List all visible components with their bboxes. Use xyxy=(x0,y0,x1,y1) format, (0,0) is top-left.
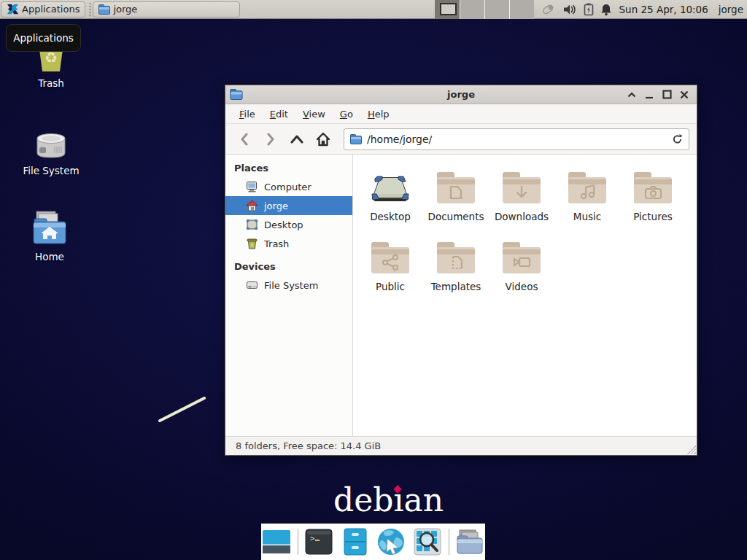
path-folder-icon xyxy=(350,134,362,144)
window-folder-icon xyxy=(230,89,243,100)
file-item-music[interactable]: Music xyxy=(554,166,620,236)
workspace-1[interactable] xyxy=(435,0,460,19)
applications-menu-button[interactable]: Applications xyxy=(1,1,85,18)
web-browser-globe-icon xyxy=(376,527,406,556)
svg-text:>: > xyxy=(310,534,315,543)
tooltip-text: Applications xyxy=(13,32,73,44)
file-item-documents[interactable]: Documents xyxy=(423,166,489,236)
workspace-3[interactable] xyxy=(484,0,509,19)
dock-web-browser-button[interactable] xyxy=(376,526,407,557)
workspace-4[interactable] xyxy=(509,0,534,19)
taskbar-window-button[interactable]: jorge xyxy=(93,1,240,18)
file-label: Music xyxy=(573,211,601,222)
workspace-2[interactable] xyxy=(460,0,484,19)
dock-show-desktop-button[interactable] xyxy=(261,526,292,557)
forward-icon xyxy=(266,133,276,146)
terminal-icon: > xyxy=(305,529,333,555)
folder-icon xyxy=(98,4,110,15)
reload-icon[interactable] xyxy=(672,133,683,145)
statusbar: 8 folders, Free space: 14.4 GiB xyxy=(225,436,697,455)
sidebar: Places Computer xyxy=(225,155,353,436)
close-button[interactable] xyxy=(678,88,691,101)
file-item-desktop[interactable]: Desktop xyxy=(357,166,423,236)
dock-folder-icon xyxy=(455,529,484,555)
dock-folder-button[interactable] xyxy=(454,526,485,557)
menu-edit[interactable]: Edit xyxy=(263,106,295,122)
menu-view[interactable]: View xyxy=(296,106,332,122)
desktop-icon-home[interactable]: Home xyxy=(16,207,83,262)
application-finder-icon xyxy=(414,528,441,556)
file-label: Downloads xyxy=(495,211,549,222)
file-item-downloads[interactable]: Downloads xyxy=(489,166,554,236)
notifications-bell-icon[interactable] xyxy=(600,3,612,16)
volume-icon[interactable] xyxy=(562,4,577,15)
maximize-button[interactable] xyxy=(660,88,673,101)
shade-button[interactable] xyxy=(625,88,638,101)
home-button[interactable] xyxy=(311,128,335,150)
menu-help[interactable]: Help xyxy=(361,106,396,122)
input-device-icon[interactable] xyxy=(540,3,556,16)
sidebar-item-trash[interactable]: Trash xyxy=(225,234,352,253)
file-item-public[interactable]: Public xyxy=(357,236,423,306)
dock-file-manager-button[interactable] xyxy=(340,526,371,557)
sidebar-item-label: Desktop xyxy=(264,219,303,230)
path-input[interactable]: /home/jorge/ xyxy=(367,133,667,145)
dock-separator xyxy=(298,529,298,555)
sidebar-item-label: File System xyxy=(264,280,318,291)
taskbar-window-label: jorge xyxy=(113,4,137,15)
dock-separator xyxy=(449,529,449,555)
home-folder-icon xyxy=(31,209,69,246)
back-button[interactable] xyxy=(233,128,256,150)
top-panel: Applications jorge xyxy=(0,0,747,19)
drive-icon xyxy=(245,280,258,290)
menu-file[interactable]: File xyxy=(233,106,262,122)
minimize-button[interactable] xyxy=(643,88,656,101)
workspace-window-thumb xyxy=(440,3,457,15)
up-button[interactable] xyxy=(285,128,309,150)
shade-icon xyxy=(627,92,636,98)
toolbar: /home/jorge/ xyxy=(225,124,697,155)
computer-icon xyxy=(245,181,258,192)
file-label: Videos xyxy=(506,281,538,292)
file-item-pictures[interactable]: Pictures xyxy=(620,166,686,236)
system-tray xyxy=(540,3,612,16)
sidebar-item-label: Trash xyxy=(264,238,289,249)
sidebar-item-computer[interactable]: Computer xyxy=(225,177,352,196)
dock-terminal-button[interactable]: > xyxy=(304,526,335,557)
file-label: Templates xyxy=(431,281,481,292)
desktop-icon-file-system[interactable]: File System xyxy=(18,121,85,176)
templates-folder-icon xyxy=(436,236,476,274)
minimize-icon xyxy=(645,90,654,99)
applications-menu-label: Applications xyxy=(22,4,80,15)
path-bar[interactable]: /home/jorge/ xyxy=(344,128,689,150)
pictures-folder-icon xyxy=(632,166,673,204)
file-item-videos[interactable]: Videos xyxy=(489,236,554,306)
downloads-folder-icon xyxy=(501,166,542,204)
menu-go[interactable]: Go xyxy=(333,106,360,122)
panel-clock[interactable]: Sun 25 Apr, 10:06 xyxy=(619,4,708,15)
taskbar-grip[interactable] xyxy=(88,2,92,17)
sidebar-item-file-system[interactable]: File System xyxy=(225,276,352,295)
sidebar-item-jorge[interactable]: jorge xyxy=(225,196,352,215)
xfce-logo-icon xyxy=(7,3,19,15)
file-pane[interactable]: Desktop Documents xyxy=(353,155,697,436)
forward-button[interactable] xyxy=(259,128,282,150)
trash-small-icon xyxy=(245,238,258,249)
file-item-templates[interactable]: Templates xyxy=(423,236,489,306)
file-label: Documents xyxy=(428,211,484,222)
hard-drive-icon xyxy=(33,128,69,160)
file-manager-window: jorge F xyxy=(225,85,697,456)
file-label: Desktop xyxy=(370,211,411,222)
resize-grip[interactable] xyxy=(687,446,696,454)
file-label: Public xyxy=(376,281,405,292)
panel-username[interactable]: jorge xyxy=(719,4,743,15)
battery-icon[interactable] xyxy=(584,3,594,16)
sidebar-item-label: jorge xyxy=(264,201,288,211)
desktop-icon xyxy=(245,219,258,230)
dock-app-finder-button[interactable] xyxy=(412,526,443,557)
window-titlebar[interactable]: jorge xyxy=(225,85,697,104)
show-desktop-icon xyxy=(262,529,291,554)
workspace-switcher[interactable] xyxy=(435,0,534,19)
menubar: File Edit View Go Help xyxy=(225,104,697,124)
sidebar-item-desktop[interactable]: Desktop xyxy=(225,215,352,234)
